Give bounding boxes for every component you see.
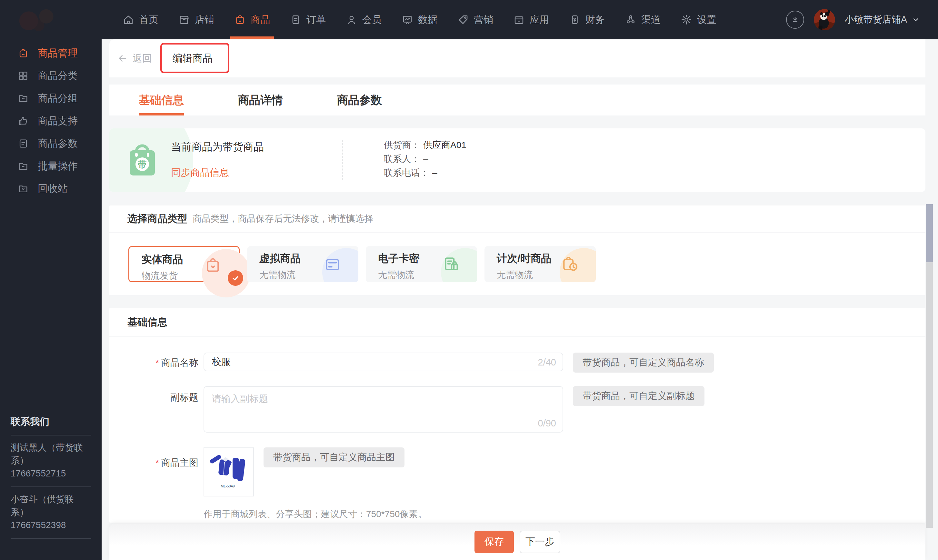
nav-item-members[interactable]: 会员: [346, 0, 381, 39]
product-type-section: 选择商品类型 商品类型，商品保存后无法修改，请谨慎选择 实体商品 物流发货 虚拟…: [109, 206, 926, 295]
product-name-input[interactable]: [203, 352, 563, 371]
tab-label: 商品详情: [238, 92, 283, 108]
basic-form: *商品名称 2/40 带货商品，可自定义商品名称 副标题: [109, 337, 926, 520]
card-lock-icon: [442, 255, 460, 273]
contact-value: –: [423, 152, 428, 166]
phone-value: –: [432, 166, 437, 180]
nav-label: 数据: [418, 13, 437, 26]
virtual-card-icon: [323, 255, 341, 273]
subtitle-consign-pill: 带货商品，可自定义副标题: [573, 386, 704, 406]
form-row-subtitle: 副标题 0/90 带货商品，可自定义副标题: [109, 386, 926, 434]
footer-action-bar: 保存 下一步: [109, 523, 926, 560]
sidebar-item-product-group[interactable]: 商品分组: [0, 87, 101, 110]
avatar[interactable]: [814, 9, 835, 30]
main-image-consign-pill: 带货商品，可自定义商品主图: [263, 448, 404, 468]
type-card-virtual[interactable]: 虚拟商品 无需物流: [247, 246, 358, 282]
contact-entry: 小奋斗（供货联系） 17667552398: [11, 486, 91, 539]
header-divider: [161, 51, 162, 66]
page: 首页 店铺 商品 订单 会员 数据: [0, 0, 938, 560]
download-icon: [790, 15, 800, 25]
nav-item-marketing[interactable]: 营销: [457, 0, 493, 39]
chevron-down-icon: [912, 15, 920, 24]
back-button[interactable]: 返回: [117, 52, 152, 65]
save-button[interactable]: 保存: [475, 531, 514, 553]
nav-item-apps[interactable]: 应用: [513, 0, 549, 39]
contact-name: 测试黑人（带货联系）: [11, 441, 91, 467]
name-label: *商品名称: [109, 352, 198, 369]
nav-item-data[interactable]: 数据: [401, 0, 437, 39]
card-subtitle: 物流发货: [141, 270, 183, 282]
sidebar-item-product-support[interactable]: 商品支持: [0, 110, 101, 132]
form-row-main-image: *商品主图: [109, 448, 926, 520]
top-nav-menu: 首页 店铺 商品 订单 会员 数据: [123, 0, 737, 39]
finance-icon: [569, 14, 581, 26]
type-section-hint: 商品类型，商品保存后无法修改，请谨慎选择: [192, 212, 373, 225]
main-image-thumbnail[interactable]: ML-5049: [203, 448, 254, 497]
nav-label: 会员: [362, 13, 381, 26]
type-card-times[interactable]: 计次/时商品 无需物流: [484, 246, 596, 282]
sidebar-item-product-manage[interactable]: 商品管理: [0, 42, 101, 65]
tab-basic-info[interactable]: 基础信息: [139, 85, 184, 115]
shop-icon: [178, 14, 190, 26]
required-asterisk: *: [155, 458, 159, 468]
folder-icon: [18, 183, 29, 194]
type-card-physical[interactable]: 实体商品 物流发货: [128, 246, 240, 282]
sidebar-label: 回收站: [38, 182, 68, 195]
type-card-ecode[interactable]: 电子卡密 无需物流: [366, 246, 477, 282]
folder-icon: [18, 93, 29, 104]
svg-text:带: 带: [138, 160, 147, 169]
nav-label: 商品: [251, 13, 270, 26]
type-cards: 实体商品 物流发货 虚拟商品 无需物流: [109, 232, 926, 282]
scrollbar-track[interactable]: [926, 204, 933, 528]
nav-label: 财务: [586, 13, 605, 26]
contact-phone: 17667552715: [11, 467, 91, 480]
share-nodes-icon: [625, 14, 637, 26]
nav-item-orders[interactable]: 订单: [290, 0, 326, 39]
supplier-info: 供货商：供应商A01 联系人：– 联系电话：–: [384, 138, 466, 180]
name-consign-pill: 带货商品，可自定义商品名称: [573, 352, 714, 372]
next-step-button[interactable]: 下一步: [520, 531, 560, 553]
sync-product-link[interactable]: 同步商品信息: [171, 166, 264, 179]
user-area: 小敏带货店铺A: [786, 0, 920, 39]
document-icon: [18, 138, 29, 149]
contact-name: 小奋斗（供货联系）: [11, 493, 91, 519]
tab-label: 基础信息: [139, 92, 184, 108]
basic-section-header: 基础信息: [109, 308, 926, 337]
bag-icon: [234, 14, 246, 26]
svg-text:ML-5049: ML-5049: [221, 484, 235, 488]
phone-label: 联系电话：: [384, 166, 429, 180]
card-subtitle: 无需物流: [497, 269, 551, 281]
consign-texts: 当前商品为带货商品 同步商品信息: [171, 140, 264, 179]
dashed-divider: [342, 140, 343, 180]
subtitle-char-counter: 0/90: [538, 418, 556, 429]
subtitle-textarea[interactable]: [203, 386, 563, 432]
nav-item-settings[interactable]: 设置: [681, 0, 717, 39]
store-switcher[interactable]: 小敏带货店铺A: [845, 13, 920, 26]
sidebar-label: 商品分组: [38, 92, 78, 105]
sidebar-label: 商品管理: [38, 46, 78, 60]
contact-us-section: 联系我们 测试黑人（带货联系） 17667552715 小奋斗（供货联系） 17…: [11, 415, 91, 539]
main-image-label: *商品主图: [109, 448, 198, 469]
download-button[interactable]: [786, 11, 804, 29]
tab-product-params[interactable]: 商品参数: [337, 85, 382, 115]
nav-item-finance[interactable]: 财务: [569, 0, 605, 39]
nav-item-product[interactable]: 商品: [234, 0, 270, 39]
sidebar-label: 商品分类: [38, 69, 78, 83]
nav-item-shop[interactable]: 店铺: [178, 0, 214, 39]
contact-label: 联系人：: [384, 152, 420, 166]
name-char-counter: 2/40: [538, 357, 556, 368]
top-navbar: 首页 店铺 商品 订单 会员 数据: [0, 0, 938, 39]
required-asterisk: *: [155, 358, 159, 368]
sidebar-item-product-params[interactable]: 商品参数: [0, 132, 101, 155]
nav-item-home[interactable]: 首页: [123, 0, 158, 39]
tab-product-detail[interactable]: 商品详情: [238, 85, 283, 115]
nav-item-channels[interactable]: 渠道: [625, 0, 661, 39]
sidebar-label: 商品参数: [38, 137, 78, 150]
scrollbar-thumb[interactable]: [926, 204, 933, 262]
contact-phone: 17667552398: [11, 519, 91, 532]
basic-section-title: 基础信息: [128, 315, 168, 329]
sidebar-item-product-category[interactable]: 商品分类: [0, 65, 101, 87]
sidebar-item-batch-ops[interactable]: 批量操作: [0, 155, 101, 177]
sidebar-item-recycle-bin[interactable]: 回收站: [0, 177, 101, 200]
card-subtitle: 无需物流: [378, 269, 419, 281]
